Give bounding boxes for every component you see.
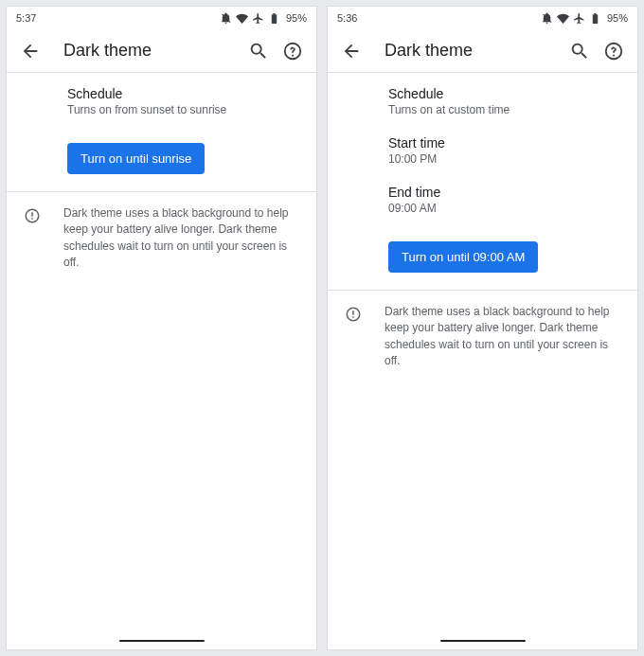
help-icon[interactable]: [282, 41, 303, 62]
nav-handle[interactable]: [119, 640, 205, 642]
page-title: Dark theme: [63, 41, 235, 61]
schedule-title: Schedule: [388, 86, 622, 101]
nav-handle[interactable]: [440, 640, 526, 642]
status-icons: 95%: [541, 12, 628, 25]
info-text: Dark theme uses a black background to he…: [63, 205, 301, 272]
schedule-row[interactable]: Schedule Turns on at custom time: [328, 73, 637, 130]
notifications-off-icon: [541, 12, 553, 25]
info-block: Dark theme uses a black background to he…: [7, 192, 316, 285]
appbar: Dark theme: [328, 29, 637, 73]
back-icon[interactable]: [20, 41, 41, 62]
status-time: 5:36: [337, 12, 357, 24]
status-icons: 95%: [220, 12, 307, 25]
phone-screen-left: 5:37 95% Dark theme Schedule Turns on fr…: [6, 6, 317, 650]
help-icon[interactable]: [603, 41, 624, 62]
end-time-row[interactable]: End time 09:00 AM: [328, 179, 637, 228]
statusbar: 5:36 95%: [328, 7, 637, 29]
back-icon[interactable]: [341, 41, 362, 62]
start-time-value: 10:00 PM: [388, 152, 622, 166]
search-icon[interactable]: [248, 41, 269, 62]
info-icon: [22, 205, 41, 228]
schedule-subtitle: Turns on from sunset to sunrise: [67, 103, 301, 116]
battery-icon: [268, 12, 280, 25]
wifi-icon: [557, 12, 569, 25]
turn-on-button[interactable]: Turn on until sunrise: [67, 143, 205, 174]
battery-text: 95%: [607, 12, 628, 24]
schedule-row[interactable]: Schedule Turns on from sunset to sunrise: [7, 73, 316, 130]
airplane-icon: [252, 12, 264, 25]
wifi-icon: [236, 12, 248, 25]
info-block: Dark theme uses a black background to he…: [328, 291, 637, 383]
end-time-title: End time: [388, 185, 622, 200]
battery-icon: [589, 12, 601, 25]
battery-text: 95%: [286, 12, 307, 24]
airplane-icon: [573, 12, 585, 25]
page-title: Dark theme: [385, 41, 556, 61]
statusbar: 5:37 95%: [7, 7, 316, 29]
turn-on-button[interactable]: Turn on until 09:00 AM: [388, 241, 538, 273]
appbar: Dark theme: [7, 29, 316, 73]
end-time-value: 09:00 AM: [388, 202, 622, 215]
schedule-subtitle: Turns on at custom time: [388, 103, 622, 116]
schedule-title: Schedule: [67, 86, 301, 101]
notifications-off-icon: [220, 12, 232, 25]
info-icon: [343, 304, 362, 327]
start-time-title: Start time: [388, 135, 622, 151]
search-icon[interactable]: [569, 41, 590, 62]
start-time-row[interactable]: Start time 10:00 PM: [328, 130, 637, 179]
status-time: 5:37: [16, 12, 36, 24]
info-text: Dark theme uses a black background to he…: [385, 304, 622, 370]
phone-screen-right: 5:36 95% Dark theme Schedule Turns on at…: [327, 6, 638, 650]
